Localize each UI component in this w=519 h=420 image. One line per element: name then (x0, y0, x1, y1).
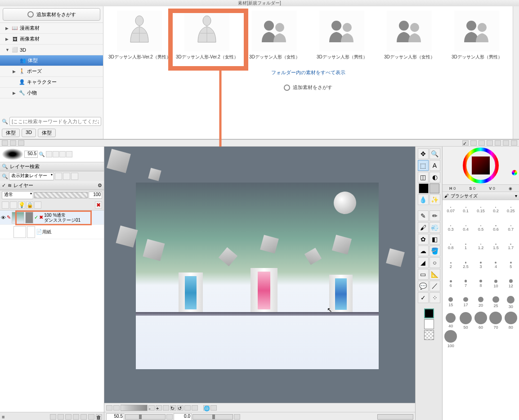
brush-size-cell[interactable]: 7 (458, 275, 473, 293)
filter-icon[interactable] (63, 173, 70, 180)
tree-item-props[interactable]: ▶🔧小物 (0, 88, 103, 98)
brush-size-cell[interactable]: 5 (504, 256, 518, 274)
operation-tool[interactable]: ⬚ (418, 160, 429, 171)
new-folder-icon[interactable] (10, 140, 16, 146)
pencil-tool[interactable]: ✏ (430, 210, 440, 221)
layer-row-stage[interactable]: 👁 ✎ ✓ ✖ 100 %通常ダンスステージ01 (0, 210, 104, 225)
zoom-slider-bottom[interactable] (125, 414, 166, 420)
zoom-value[interactable]: 50.5 (106, 413, 124, 420)
text-tool[interactable]: A (430, 160, 440, 171)
tag-body-type[interactable]: 体型 (2, 129, 20, 137)
color-white[interactable] (424, 319, 434, 329)
bulb-icon[interactable]: 💡 (18, 201, 25, 209)
view-grid-icon[interactable] (479, 140, 485, 146)
brush-opt-icon[interactable] (66, 151, 72, 157)
new-folder-icon[interactable] (58, 414, 64, 420)
material-item[interactable]: 3Dデッサン人形（男性） (310, 11, 373, 60)
nav-icon[interactable] (113, 405, 120, 411)
angle-slider[interactable] (192, 414, 233, 420)
brush-size-cell[interactable]: 2.5 (458, 256, 473, 274)
3d-icon[interactable] (210, 405, 217, 411)
angle-value[interactable]: 0.0 (174, 413, 192, 420)
brush-size-cell[interactable]: 70 (488, 312, 503, 330)
eyedropper-tool[interactable]: 💧 (418, 194, 429, 205)
horizontal-scrollbar[interactable] (377, 414, 413, 420)
color-wheel[interactable] (443, 147, 519, 185)
color-cycle-icon[interactable]: ◉ (509, 186, 512, 191)
color-transparent[interactable] (424, 330, 434, 340)
lock-icon[interactable]: 🔒 (26, 201, 33, 209)
brush-size-cell[interactable]: 8 (474, 275, 488, 293)
trash-icon[interactable] (511, 140, 517, 146)
brush-size-cell[interactable]: 0.4 (458, 219, 473, 237)
fit-icon[interactable] (166, 414, 173, 420)
brush-size-cell[interactable]: 0.07 (443, 201, 458, 219)
zoom-tool[interactable]: 🔍 (430, 148, 440, 159)
tree-item-image[interactable]: ▶🖼画像素材 (0, 34, 103, 45)
brush-size-cell[interactable]: 15 (443, 293, 458, 311)
brush-size-cell[interactable]: 20 (474, 293, 488, 311)
reset-angle-icon[interactable] (234, 414, 240, 420)
ruler-tool[interactable]: 📐 (430, 269, 440, 280)
tree-item-character[interactable]: 👤キャラクター (0, 77, 103, 88)
view-check-icon[interactable]: ✓ (462, 140, 469, 146)
figure-tool[interactable]: ○ (430, 257, 440, 268)
brush-opt-icon[interactable] (46, 151, 52, 157)
brush-size-cell[interactable]: 0.1 (458, 201, 473, 219)
tree-item-body-type[interactable]: 👥体型 (0, 55, 103, 66)
material-item[interactable]: 3Dデッサン人形-Ver.2（女性） (175, 11, 238, 60)
correct-tool[interactable]: ✓ (418, 292, 429, 303)
folder-icon[interactable] (2, 140, 8, 146)
frame-tool[interactable]: ▭ (418, 269, 429, 280)
brush-size-cell[interactable]: 1.7 (504, 238, 518, 256)
layer-row-paper[interactable]: 📄 用紙 (0, 225, 104, 239)
canvas-viewport[interactable]: ↖ (104, 147, 415, 403)
airbrush-tool[interactable]: 💨 (430, 222, 440, 233)
material-item[interactable]: 3Dデッサン人形（女性） (243, 11, 306, 60)
brush-size-cell[interactable]: 100 (443, 330, 458, 348)
brush-size-cell[interactable]: 0.3 (443, 219, 458, 237)
blend-mode-dropdown[interactable]: 通常 (2, 191, 33, 199)
trash-icon[interactable]: 🗑 (96, 414, 102, 420)
brush-size-cell[interactable]: 0.25 (504, 201, 518, 219)
new-layer-icon[interactable] (50, 414, 56, 420)
show-all-link[interactable]: フォルダー内の素材をすべて表示 (103, 69, 513, 76)
filter-icon[interactable] (55, 173, 62, 180)
flip-icon[interactable] (184, 405, 191, 411)
brush-size-cell[interactable]: 3 (474, 256, 488, 274)
brush-size-cell[interactable]: 0.15 (474, 201, 488, 219)
zoom-out-icon[interactable]: - (148, 405, 155, 411)
tag-body-type-2[interactable]: 体型 (38, 129, 56, 137)
brush-size-cell[interactable]: 0.8 (443, 238, 458, 256)
balloon-tool[interactable]: 💬 (418, 281, 429, 291)
brush-opt-icon[interactable] (53, 151, 59, 157)
merge-icon[interactable] (73, 414, 79, 420)
brush-size-value[interactable]: 50.5 (24, 151, 38, 158)
brush-size-cell[interactable]: 80 (504, 312, 518, 330)
line-tool[interactable]: ／ (430, 281, 440, 291)
lasso-tool[interactable]: ◐ (430, 172, 440, 183)
opacity-value[interactable]: 100 (89, 192, 102, 199)
material-scrollbar[interactable] (513, 6, 519, 139)
dust-tool[interactable]: ⁘ (430, 292, 440, 303)
brush-size-cell[interactable]: 0.5 (474, 219, 488, 237)
tree-item-3d[interactable]: ▼⬜3D (0, 45, 103, 55)
brush-size-cell[interactable]: 0.6 (488, 219, 503, 237)
eraser-tool[interactable]: ◧ (430, 234, 440, 245)
gradient-tool[interactable]: ◢ (418, 257, 429, 268)
brush-size-cell[interactable]: 1.5 (488, 238, 503, 256)
color-cycle-icon[interactable] (512, 170, 517, 175)
brush-size-cell[interactable]: 6 (443, 275, 458, 293)
3d-icon[interactable]: 🌐 (203, 405, 210, 411)
mask-icon[interactable] (81, 414, 87, 420)
rotate-icon[interactable]: ↺ (177, 405, 183, 411)
color-black[interactable] (424, 308, 434, 318)
delete-x-icon[interactable]: ✖ (95, 201, 102, 209)
material-item[interactable]: 3Dデッサン人形（男性） (445, 11, 508, 60)
brush-size-cell[interactable]: 0.2 (488, 201, 503, 219)
wand-tool[interactable]: ✨ (430, 194, 440, 205)
view-list-icon[interactable] (470, 140, 477, 146)
material-item[interactable]: 3Dデッサン人形（女性） (378, 11, 441, 60)
tree-item-pose[interactable]: ▶🚶ポーズ (0, 66, 103, 77)
brush-size-cell[interactable]: 1.2 (474, 238, 488, 256)
